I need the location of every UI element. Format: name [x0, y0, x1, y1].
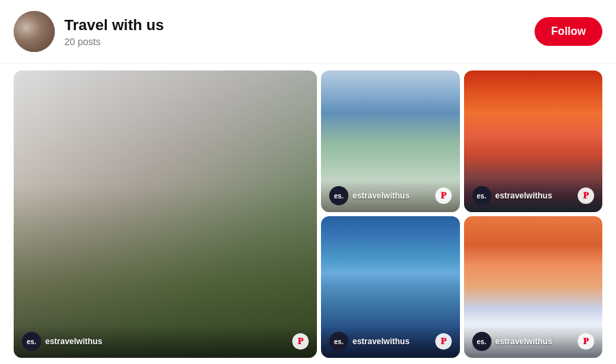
card-overlay-mosque: es. estravelwithus 𝐏	[321, 325, 460, 358]
card-avatar-santorini: es.	[472, 332, 491, 351]
pinterest-icon-sunset[interactable]: 𝐏	[578, 187, 594, 204]
pinterest-icon-mosque[interactable]: 𝐏	[435, 333, 452, 350]
pinterest-symbol: 𝐏	[298, 336, 303, 347]
card-username-lake: estravelwithus	[352, 191, 409, 200]
card-username-mosque: estravelwithus	[352, 337, 409, 346]
card-username-santorini: estravelwithus	[496, 337, 552, 346]
board-avatar	[14, 11, 55, 52]
card-building[interactable]: es. estravelwithus 𝐏	[14, 70, 317, 358]
pinterest-icon-santorini[interactable]: 𝐏	[578, 333, 594, 350]
avatar-initials: es.	[27, 338, 36, 346]
image-grid: es. estravelwithus 𝐏 es. estravelwithus …	[0, 64, 616, 364]
follow-button[interactable]: Follow	[535, 17, 602, 46]
card-username-sunset: estravelwithus	[496, 191, 552, 200]
card-user-santorini: es. estravelwithus	[472, 332, 552, 351]
card-avatar-lake: es.	[329, 186, 348, 205]
card-username-building: estravelwithus	[45, 337, 102, 346]
card-santorini[interactable]: es. estravelwithus 𝐏	[464, 216, 603, 358]
card-overlay-sunset: es. estravelwithus 𝐏	[464, 179, 603, 212]
card-user-sunset: es. estravelwithus	[472, 186, 552, 205]
card-user-building: es. estravelwithus	[22, 332, 102, 351]
card-overlay-santorini: es. estravelwithus 𝐏	[464, 325, 603, 358]
board-title: Travel with us	[64, 16, 164, 34]
avatar-initials-mosque: es.	[334, 338, 344, 346]
card-sunset[interactable]: es. estravelwithus 𝐏	[464, 70, 603, 212]
board-post-count: 20 posts	[64, 36, 164, 47]
card-avatar-mosque: es.	[329, 332, 348, 351]
board-info: Travel with us 20 posts	[64, 16, 164, 47]
avatar-initials-santorini: es.	[477, 338, 487, 346]
card-avatar-sunset: es.	[472, 186, 491, 205]
board-header: Travel with us 20 posts Follow	[0, 0, 616, 64]
pinterest-icon-lake[interactable]: 𝐏	[435, 187, 452, 204]
card-mosque[interactable]: es. estravelwithus 𝐏	[321, 216, 460, 358]
card-overlay-building: es. estravelwithus 𝐏	[14, 325, 317, 358]
card-overlay-lake: es. estravelwithus 𝐏	[321, 179, 460, 212]
pinterest-icon-building[interactable]: 𝐏	[292, 333, 309, 350]
card-user-mosque: es. estravelwithus	[329, 332, 409, 351]
card-user-lake: es. estravelwithus	[329, 186, 409, 205]
avatar-initials-lake: es.	[334, 192, 344, 200]
card-lake[interactable]: es. estravelwithus 𝐏	[321, 70, 460, 212]
board-info-section: Travel with us 20 posts	[14, 11, 164, 52]
avatar-initials-sunset: es.	[477, 192, 487, 200]
card-avatar-building: es.	[22, 332, 41, 351]
